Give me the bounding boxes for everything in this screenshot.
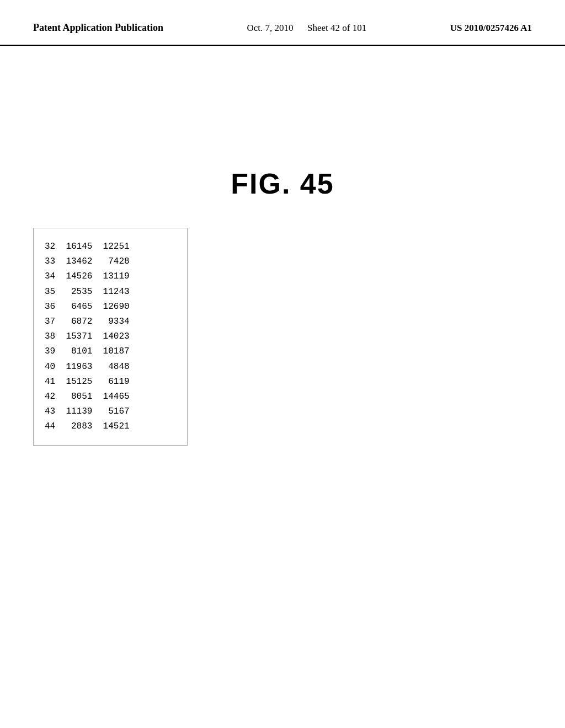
table-row: 34 14526 13119 — [45, 269, 170, 284]
table-row: 42 8051 14465 — [45, 389, 170, 404]
table-row: 33 13462 7428 — [45, 254, 170, 269]
publication-label: Patent Application Publication — [33, 22, 163, 34]
page: Patent Application Publication Oct. 7, 2… — [0, 0, 565, 728]
table-row: 39 8101 10187 — [45, 344, 170, 359]
table-row: 35 2535 11243 — [45, 285, 170, 299]
table-row: 38 15371 14023 — [45, 329, 170, 344]
sheet-label: Sheet 42 of 101 — [307, 23, 366, 33]
table-row: 40 11963 4848 — [45, 360, 170, 374]
date-and-sheet: Oct. 7, 2010 Sheet 42 of 101 — [247, 23, 367, 34]
table-row: 43 11139 5167 — [45, 404, 170, 419]
patent-number-label: US 2010/0257426 A1 — [450, 23, 532, 34]
data-table: 32 16145 1225133 13462 742834 14526 1311… — [33, 228, 188, 446]
table-row: 36 6465 12690 — [45, 299, 170, 314]
date-label: Oct. 7, 2010 — [247, 23, 294, 33]
page-header: Patent Application Publication Oct. 7, 2… — [0, 0, 565, 46]
table-row: 37 6872 9334 — [45, 314, 170, 329]
table-row: 41 15125 6119 — [45, 374, 170, 389]
table-row: 32 16145 12251 — [45, 239, 170, 254]
figure-title: FIG. 45 — [0, 167, 565, 200]
table-row: 44 2883 14521 — [45, 419, 170, 434]
